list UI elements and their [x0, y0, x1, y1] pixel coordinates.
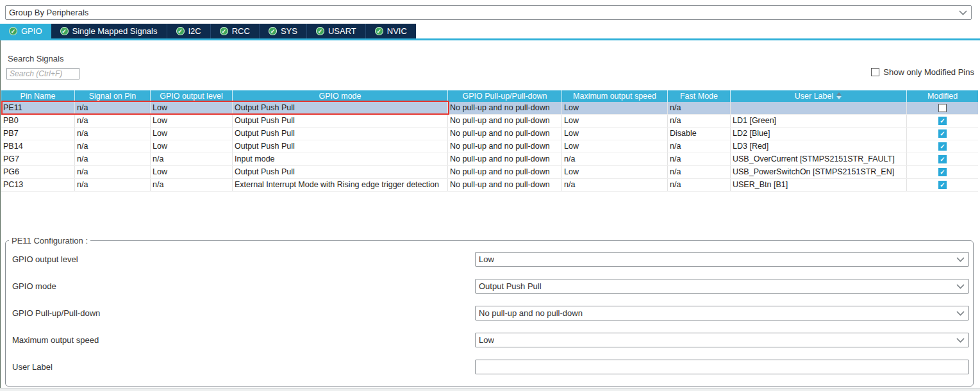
col-header-signal[interactable]: Signal on Pin — [75, 90, 151, 102]
cell-output-level: n/a — [151, 179, 233, 191]
config-field-row: Maximum output speed Low — [10, 333, 969, 347]
col-header-gpio-mode[interactable]: GPIO mode — [233, 90, 448, 102]
peripheral-tab[interactable]: NVIC — [365, 24, 416, 38]
cell-gpio-mode: External Interrupt Mode with Rising edge… — [233, 179, 448, 191]
config-panel-title: PE11 Configuration : — [9, 236, 90, 245]
config-field-row: User Label — [10, 360, 969, 374]
peripheral-tab[interactable]: Single Mapped Signals — [51, 24, 167, 38]
cell-signal: n/a — [75, 140, 151, 153]
col-header-modified[interactable]: Modified — [907, 90, 978, 102]
cell-pin-name: PB14 — [1, 140, 75, 153]
peripheral-tab[interactable]: GPIO — [0, 24, 51, 38]
peripheral-tab[interactable]: SYS — [259, 24, 306, 38]
gpio-pins-table: Pin Name Signal on Pin GPIO output level… — [1, 90, 978, 192]
cell-user-label: LD2 [Blue] — [731, 128, 907, 140]
cell-output-level: Low — [151, 102, 233, 114]
table-row[interactable]: PC13 n/a n/a External Interrupt Mode wit… — [1, 179, 978, 192]
table-body: PE11 n/a Low Output Push Pull No pull-up… — [1, 102, 978, 192]
tab-label: I2C — [188, 26, 201, 36]
config-field-value: Low — [479, 254, 494, 264]
peripheral-tab[interactable]: USART — [306, 24, 365, 38]
config-field-label: GPIO mode — [10, 281, 56, 291]
col-header-output-level[interactable]: GPIO output level — [151, 90, 233, 102]
config-field-control[interactable]: Low — [475, 333, 969, 347]
modified-checkbox[interactable] — [938, 104, 947, 112]
table-row[interactable]: PG6 n/a Low Output Push Pull No pull-up … — [1, 166, 978, 179]
table-row[interactable]: PE11 n/a Low Output Push Pull No pull-up… — [1, 102, 978, 115]
cell-pin-name: PB7 — [1, 128, 75, 140]
cell-gpio-mode: Output Push Pull — [233, 140, 448, 153]
col-header-fast-mode[interactable]: Fast Mode — [668, 90, 731, 102]
config-field-control[interactable]: Low — [475, 252, 969, 267]
config-field-control[interactable]: Output Push Pull — [475, 279, 969, 294]
col-header-max-speed[interactable]: Maximum output speed — [562, 90, 668, 102]
cell-output-level: Low — [151, 128, 233, 140]
check-circle-icon — [375, 27, 383, 35]
check-circle-icon — [60, 27, 69, 35]
table-row[interactable]: PB7 n/a Low Output Push Pull No pull-up … — [1, 128, 978, 140]
cell-pull: No pull-up and no pull-down — [448, 140, 562, 153]
cell-signal: n/a — [75, 179, 151, 191]
check-circle-icon — [220, 27, 228, 35]
cell-modified — [907, 140, 978, 153]
group-by-select[interactable]: Group By Peripherals — [5, 5, 972, 20]
tab-label: SYS — [281, 26, 297, 36]
cell-pull: No pull-up and no pull-down — [448, 115, 562, 127]
col-header-user-label[interactable]: User Label — [731, 90, 907, 102]
check-circle-icon — [269, 27, 277, 35]
cell-max-speed: Low — [562, 140, 668, 153]
tab-label: USART — [328, 26, 356, 36]
col-header-pull[interactable]: GPIO Pull-up/Pull-down — [448, 90, 562, 102]
search-signals-label: Search Signals — [8, 54, 63, 63]
cell-signal: n/a — [75, 128, 151, 140]
modified-checkbox[interactable] — [938, 181, 947, 189]
config-field-label: GPIO Pull-up/Pull-down — [10, 308, 100, 318]
peripheral-tab[interactable]: RCC — [210, 24, 259, 38]
cell-pull: No pull-up and no pull-down — [448, 102, 562, 114]
chevron-down-icon — [956, 284, 965, 289]
modified-checkbox[interactable] — [938, 168, 947, 176]
cell-gpio-mode: Output Push Pull — [233, 115, 448, 127]
table-row[interactable]: PB0 n/a Low Output Push Pull No pull-up … — [1, 115, 978, 128]
chevron-down-icon — [956, 311, 965, 316]
cell-pull: No pull-up and no pull-down — [448, 153, 562, 165]
modified-checkbox[interactable] — [938, 129, 947, 138]
tab-label: GPIO — [21, 26, 42, 36]
tab-label: Single Mapped Signals — [72, 26, 158, 36]
config-field-control[interactable] — [475, 360, 969, 374]
cell-gpio-mode: Input mode — [233, 153, 448, 165]
cell-fast-mode: n/a — [668, 115, 731, 127]
table-row[interactable]: PB14 n/a Low Output Push Pull No pull-up… — [1, 140, 978, 153]
search-input[interactable] — [6, 68, 79, 79]
cell-max-speed: n/a — [562, 153, 668, 165]
cell-gpio-mode: Output Push Pull — [233, 166, 448, 178]
chevron-down-icon — [956, 338, 965, 343]
cell-user-label: USER_Btn [B1] — [731, 179, 907, 191]
cell-pin-name: PC13 — [1, 179, 75, 191]
bottom-panel-edge — [0, 388, 980, 391]
config-field-row: GPIO mode Output Push Pull — [10, 279, 969, 294]
show-only-modified-pins[interactable]: Show only Modified Pins — [871, 67, 974, 77]
modified-checkbox[interactable] — [938, 155, 947, 163]
table-row[interactable]: PG7 n/a n/a Input mode No pull-up and no… — [1, 153, 978, 166]
peripheral-tab[interactable]: I2C — [167, 24, 210, 38]
modified-checkbox[interactable] — [938, 142, 947, 151]
cell-gpio-mode: Output Push Pull — [233, 102, 448, 114]
user-label-header-text: User Label — [795, 92, 833, 101]
cell-max-speed: Low — [562, 128, 668, 140]
cell-pin-name: PE11 — [1, 102, 75, 114]
cell-pin-name: PG7 — [1, 153, 75, 165]
cell-pull: No pull-up and no pull-down — [448, 166, 562, 178]
cell-modified — [907, 128, 978, 140]
cell-signal: n/a — [75, 102, 151, 114]
modified-checkbox[interactable] — [938, 117, 947, 125]
show-modified-checkbox[interactable] — [871, 68, 879, 76]
cell-pull: No pull-up and no pull-down — [448, 128, 562, 140]
cell-modified — [907, 166, 978, 178]
col-header-pin-name[interactable]: Pin Name — [1, 90, 75, 102]
config-field-label: Maximum output speed — [10, 335, 99, 345]
config-field-control[interactable]: No pull-up and no pull-down — [475, 306, 969, 320]
cell-modified — [907, 179, 978, 191]
config-field-label: GPIO output level — [10, 254, 78, 264]
cell-fast-mode: n/a — [668, 166, 731, 178]
